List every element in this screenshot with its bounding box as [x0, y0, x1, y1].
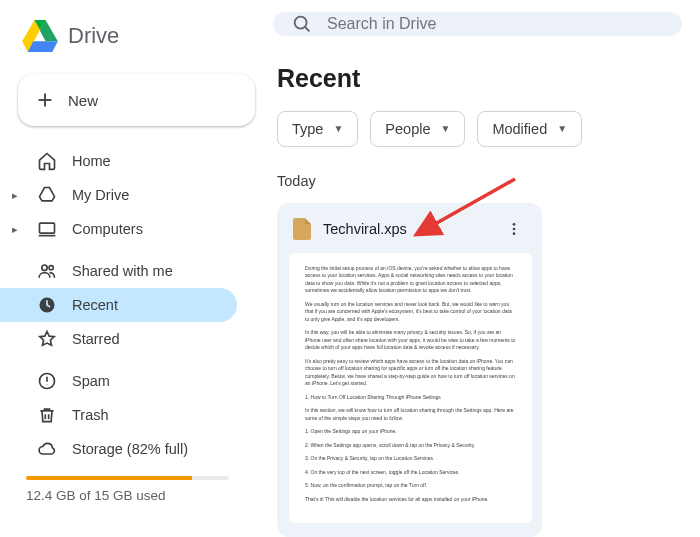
filter-people-label: People [385, 121, 430, 137]
brand: Drive [0, 12, 255, 62]
svg-point-6 [295, 16, 307, 28]
nav-label-starred: Starred [72, 331, 120, 347]
file-card[interactable]: Techviral.xps During the initial setup p… [277, 203, 542, 538]
filter-modified[interactable]: Modified ▼ [477, 111, 582, 147]
storage-bar-fill [26, 476, 192, 480]
nav-item-my-drive[interactable]: ▸ My Drive [0, 178, 237, 212]
sidebar: Drive New ▸ Home ▸ My Drive [0, 0, 255, 537]
search-icon [291, 13, 313, 35]
page-title: Recent [277, 64, 682, 93]
nav-label-spam: Spam [72, 373, 110, 389]
filter-modified-label: Modified [492, 121, 547, 137]
people-icon [36, 261, 58, 281]
new-button[interactable]: New [18, 74, 255, 126]
star-icon [36, 329, 58, 349]
search-input[interactable] [327, 15, 664, 33]
svg-point-9 [513, 232, 516, 235]
nav-item-recent[interactable]: ▸ Recent [0, 288, 237, 322]
nav-item-spam[interactable]: ▸ Spam [0, 364, 237, 398]
brand-label: Drive [68, 23, 119, 49]
computer-icon [36, 219, 58, 239]
file-preview: During the initial setup process of an i… [289, 253, 532, 524]
nav-item-home[interactable]: ▸ Home [0, 144, 237, 178]
file-type-icon [293, 218, 311, 240]
nav-item-computers[interactable]: ▸ Computers [0, 212, 237, 246]
home-icon [36, 151, 58, 171]
svg-point-7 [513, 223, 516, 226]
cloud-icon [36, 439, 58, 459]
svg-point-5 [47, 384, 48, 385]
chevron-right-icon: ▸ [10, 189, 20, 202]
spam-icon [36, 371, 58, 391]
chevron-down-icon: ▼ [557, 123, 567, 134]
chevron-down-icon: ▼ [441, 123, 451, 134]
nav-item-starred[interactable]: ▸ Starred [0, 322, 237, 356]
storage-usage-text: 12.4 GB of 15 GB used [0, 488, 255, 503]
nav-label-shared: Shared with me [72, 263, 173, 279]
chevron-right-icon: ▸ [10, 223, 20, 236]
storage-bar [26, 476, 229, 480]
kebab-icon [506, 221, 522, 237]
new-button-label: New [68, 92, 98, 109]
nav-label-computers: Computers [72, 221, 143, 237]
trash-icon [36, 405, 58, 425]
svg-point-8 [513, 227, 516, 230]
svg-point-1 [42, 265, 47, 270]
main: Recent Type ▼ People ▼ Modified ▼ Today [255, 0, 700, 537]
nav-label-storage: Storage (82% full) [72, 441, 188, 457]
drive-outline-icon [36, 185, 58, 205]
clock-icon [36, 295, 58, 315]
section-today-label: Today [277, 173, 682, 189]
nav-label-trash: Trash [72, 407, 109, 423]
nav-label-my-drive: My Drive [72, 187, 129, 203]
file-name: Techviral.xps [323, 221, 488, 237]
filter-type[interactable]: Type ▼ [277, 111, 358, 147]
nav-item-shared[interactable]: ▸ Shared with me [0, 254, 237, 288]
nav-label-home: Home [72, 153, 111, 169]
nav-item-storage[interactable]: ▸ Storage (82% full) [0, 432, 237, 466]
nav-item-trash[interactable]: ▸ Trash [0, 398, 237, 432]
chevron-down-icon: ▼ [333, 123, 343, 134]
plus-icon [34, 89, 56, 111]
filter-row: Type ▼ People ▼ Modified ▼ [277, 111, 682, 147]
filter-type-label: Type [292, 121, 323, 137]
svg-rect-0 [40, 223, 55, 233]
nav-label-recent: Recent [72, 297, 118, 313]
file-card-header: Techviral.xps [289, 215, 532, 243]
nav: ▸ Home ▸ My Drive ▸ Computers [0, 144, 255, 466]
filter-people[interactable]: People ▼ [370, 111, 465, 147]
search-bar[interactable] [273, 12, 682, 36]
file-more-button[interactable] [500, 215, 528, 243]
svg-point-2 [49, 266, 53, 270]
drive-logo-icon [22, 20, 58, 52]
